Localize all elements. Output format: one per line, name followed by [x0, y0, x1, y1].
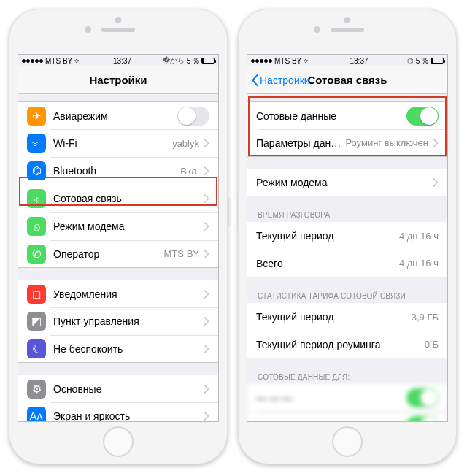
row-current_usage: Текущий период3,9 ГБ — [247, 303, 447, 331]
chevron-right-icon — [204, 250, 209, 258]
notifications-icon: ◻ — [27, 285, 46, 304]
row-carrier[interactable]: ✆ОператорMTS BY — [18, 240, 218, 268]
chevron-right-icon — [204, 345, 209, 353]
row-label: Сотовая связь — [53, 193, 199, 204]
home-button[interactable] — [103, 426, 134, 457]
row-label: Сотовые данные — [256, 110, 406, 122]
row-detail: yablyk — [172, 138, 199, 149]
airplane-icon: ✈ — [27, 107, 46, 126]
chevron-left-icon — [250, 74, 259, 87]
row-label: Текущий период — [256, 311, 407, 323]
nav-bar: Настройки — [18, 66, 218, 94]
toggle-switch[interactable] — [177, 107, 209, 126]
chevron-right-icon — [204, 222, 209, 231]
toggle-switch[interactable] — [406, 107, 439, 126]
home-button[interactable] — [332, 426, 363, 457]
row-roaming_usage: Текущий период роуминга0 Б — [247, 331, 447, 358]
cellular-icon: ⟐ — [27, 189, 46, 208]
row-airplane[interactable]: ✈Авиарежим — [18, 101, 218, 129]
row-detail: Роуминг выключен — [345, 137, 428, 148]
toggle-switch[interactable] — [406, 388, 439, 407]
chevron-right-icon — [204, 194, 209, 203]
battery-icon — [201, 58, 215, 64]
sensor-dot — [344, 17, 351, 23]
row-control[interactable]: ◩Пункт управления — [18, 307, 218, 335]
chevron-right-icon — [204, 385, 209, 394]
chevron-right-icon — [204, 317, 209, 326]
wifi-icon: ᯤ — [27, 134, 46, 153]
general-icon: ⚙ — [27, 380, 46, 399]
row-wifi[interactable]: ᯤWi-Fiyablyk — [18, 129, 218, 157]
wifi-icon: ᯤ — [74, 57, 82, 65]
row-display[interactable]: AᴀЭкран и яркость — [18, 402, 218, 421]
row-hotspot[interactable]: ⎋Режим модема — [18, 212, 218, 240]
row-bluetooth[interactable]: ⌬BluetoothВкл. — [18, 157, 218, 185]
toggle-switch[interactable] — [406, 416, 439, 422]
row-current_period: Текущий период4 дн 16 ч — [247, 222, 447, 250]
settings-list[interactable]: ✈АвиарежимᯤWi-Fiyablyk⌬BluetoothВкл.⟐Сот… — [18, 94, 218, 421]
row-label: Основные — [53, 383, 199, 395]
chevron-right-icon — [204, 290, 209, 299]
battery-pct: 5 % — [187, 57, 199, 65]
row-label: Не беспокоить — [53, 343, 199, 355]
status-bar: MTS BY ᯤ 13:37 �から 5 % — [18, 55, 218, 66]
nav-bar: Настройки Сотовая связь — [247, 66, 447, 94]
earpiece-speaker — [101, 28, 135, 32]
row-cellular_data[interactable]: Сотовые данные — [247, 101, 447, 129]
row-label: Режим модема — [53, 220, 199, 232]
section-talk-time: ВРЕМЯ РАЗГОВОРА — [247, 208, 447, 222]
row-detail: 4 дн 16 ч — [399, 231, 439, 242]
hotspot-icon: ⎋ — [27, 217, 46, 236]
carrier-icon: ✆ — [27, 245, 46, 264]
row-app-blurred[interactable]: — — — — [247, 412, 447, 421]
section-data-stats: СТАТИСТИКА ТАРИФА СОТОВОЙ СВЯЗИ — [247, 289, 447, 303]
bluetooth-icon: ⌬ — [407, 57, 414, 65]
wifi-icon: ᯤ — [304, 57, 311, 65]
two-phone-layout: MTS BY ᯤ 13:37 �から 5 % Настройки ✈Авиаре… — [0, 0, 467, 473]
row-general[interactable]: ⚙Основные — [18, 375, 218, 402]
row-notifications[interactable]: ◻Уведомления — [18, 280, 218, 307]
row-label: Всего — [256, 258, 395, 269]
carrier-label: MTS BY — [274, 57, 301, 65]
section-apps: СОТОВЫЕ ДАННЫЕ ДЛЯ: — [247, 370, 447, 384]
phone-right: MTS BY ᯤ 13:37 ⌬ 5 % Настройки Сотовая с… — [238, 9, 457, 464]
row-detail: Вкл. — [180, 166, 199, 177]
row-data_options[interactable]: Параметры данныхРоуминг выключен — [247, 129, 447, 157]
row-hotspot2[interactable]: Режим модема — [247, 169, 447, 196]
dnd-icon: ☾ — [27, 339, 46, 358]
chevron-right-icon — [204, 166, 209, 175]
screen-left: MTS BY ᯤ 13:37 �から 5 % Настройки ✈Авиаре… — [18, 54, 219, 422]
row-app-blurred[interactable]: — — — — [247, 384, 447, 412]
signal-icon — [22, 59, 43, 63]
bluetooth-icon: ⌬ — [27, 161, 46, 180]
battery-pct: 5 % — [416, 57, 428, 65]
chevron-right-icon — [204, 139, 209, 147]
row-label: Текущий период — [256, 230, 395, 242]
front-camera — [314, 26, 320, 33]
row-dnd[interactable]: ☾Не беспокоить — [18, 335, 218, 363]
carrier-label: MTS BY — [45, 57, 72, 65]
bluetooth-icon: �から — [163, 55, 185, 66]
page-title: Сотовая связь — [307, 74, 387, 86]
status-bar: MTS BY ᯤ 13:37 ⌬ 5 % — [247, 55, 447, 66]
cellular-settings[interactable]: Сотовые данныеПараметры данныхРоуминг вы… — [247, 94, 447, 421]
row-label: Текущий период роуминга — [256, 339, 420, 350]
control-icon: ◩ — [27, 312, 46, 331]
row-cellular[interactable]: ⟐Сотовая связь — [18, 185, 218, 212]
row-detail: 4 дн 16 ч — [399, 258, 439, 269]
clock: 13:37 — [113, 57, 131, 65]
chevron-right-icon — [204, 412, 209, 421]
back-label: Настройки — [260, 74, 310, 86]
row-label: Уведомления — [53, 288, 199, 300]
chevron-right-icon — [433, 139, 439, 147]
sensor-dot — [115, 17, 122, 23]
row-detail: 0 Б — [425, 339, 439, 350]
row-label: Авиарежим — [53, 110, 177, 122]
chevron-right-icon — [433, 178, 439, 187]
row-label: Пункт управления — [53, 315, 199, 327]
battery-icon — [431, 58, 444, 64]
back-button[interactable]: Настройки — [250, 74, 310, 87]
signal-icon — [251, 59, 272, 63]
row-label: Экран и яркость — [53, 410, 199, 421]
row-label: Оператор — [53, 248, 160, 260]
